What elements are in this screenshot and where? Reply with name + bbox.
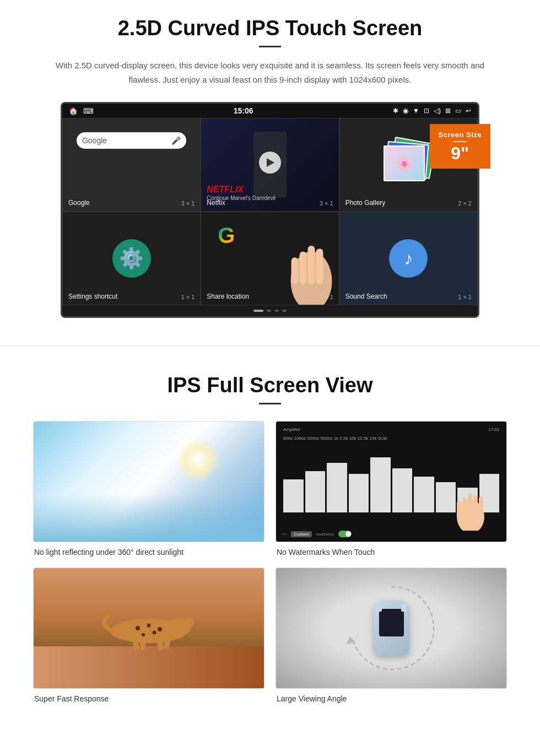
eq-visual: Amplifier 17:33 60hz 100hz 200hz 500hz 1… xyxy=(276,422,506,542)
eq-header: Amplifier 17:33 xyxy=(280,426,502,433)
google-cell-label: Google xyxy=(68,199,90,207)
cheetah-silhouette xyxy=(94,606,204,650)
section-divider xyxy=(0,345,540,346)
car-mirror-left xyxy=(376,603,382,612)
eq-bar-7 xyxy=(414,477,434,512)
google-cell[interactable]: Google 🎤 Google 3 × 1 xyxy=(62,118,201,212)
hand-pointing-icon xyxy=(281,222,339,305)
app-grid-bottom: ⚙️ Settings shortcut 1 × 1 G Share xyxy=(62,212,478,305)
sunlight-visual xyxy=(34,422,264,542)
svg-rect-6 xyxy=(462,498,467,520)
section2-underline xyxy=(259,403,281,404)
photo-cell-label: Photo Gallery xyxy=(345,199,386,207)
feature-car: Large Viewing Angle xyxy=(276,568,507,703)
dot-1 xyxy=(253,310,263,312)
car-visual xyxy=(276,568,506,688)
google-g-logo: G xyxy=(218,223,235,248)
share-location-cell[interactable]: G Share location 1 × 1 xyxy=(201,212,339,305)
window-icon: ▭ xyxy=(455,107,461,115)
close-icon: ⊠ xyxy=(445,107,451,115)
google-logo: Google xyxy=(82,136,107,145)
sound-search-cell[interactable]: ♪ Sound Search 1 × 1 xyxy=(339,212,478,305)
svg-rect-2 xyxy=(307,246,315,284)
status-bar: 🏠 ⌨ 15:06 ✱ ◉ ▼ ⊡ ◁) ⊠ ▭ ↩ xyxy=(62,104,478,118)
play-triangle-icon xyxy=(267,158,274,167)
section2-title: IPS Full Screen View xyxy=(33,374,507,397)
android-screen: 🏠 ⌨ 15:06 ✱ ◉ ▼ ⊡ ◁) ⊠ ▭ ↩ xyxy=(61,102,479,318)
location-icon: ◉ xyxy=(403,107,408,115)
camera-icon: ⊡ xyxy=(424,107,429,115)
home-icon[interactable]: 🏠 xyxy=(69,107,78,115)
eq-nav: << xyxy=(282,532,287,537)
eq-bar-5 xyxy=(370,457,391,512)
volume-icon: ◁) xyxy=(434,107,441,115)
car-body-topview xyxy=(374,601,409,656)
svg-rect-7 xyxy=(468,493,472,520)
usb-icon: ⌨ xyxy=(83,107,94,115)
status-time: 15:06 xyxy=(234,106,253,115)
back-icon[interactable]: ↩ xyxy=(466,107,471,115)
eq-bar-2 xyxy=(305,471,326,512)
eq-bar-1 xyxy=(283,479,304,512)
eq-freq-labels: 60hz 100hz 200hz 500hz 1k 2.5k 10k 12.5k… xyxy=(283,436,387,441)
sunlight-label: No light reflecting under 360° direct su… xyxy=(33,548,264,557)
feature-sunlight: No light reflecting under 360° direct su… xyxy=(33,421,264,557)
svg-rect-1 xyxy=(299,252,306,284)
gear-icon: ⚙️ xyxy=(112,239,151,278)
dot-4 xyxy=(282,310,287,312)
badge-size: 9" xyxy=(439,144,482,162)
title-underline xyxy=(259,46,281,47)
eq-hand-icon xyxy=(451,481,490,531)
eq-bar-3 xyxy=(327,463,347,512)
music-note-icon: ♪ xyxy=(389,239,428,278)
svg-point-17 xyxy=(142,633,145,636)
feature-cheetah: Super Fast Response xyxy=(33,568,264,703)
section-curved-screen: 2.5D Curved IPS Touch Screen With 2.5D c… xyxy=(0,0,540,329)
pagination-dots xyxy=(62,305,478,316)
dot-2 xyxy=(267,310,271,312)
eq-custom-btn: Custom xyxy=(291,531,312,537)
eq-loudness: loudness xyxy=(316,532,334,537)
play-button[interactable] xyxy=(259,152,281,174)
mic-icon[interactable]: 🎤 xyxy=(171,136,181,145)
cheetah-visual xyxy=(34,568,264,688)
settings-cell[interactable]: ⚙️ Settings shortcut 1 × 1 xyxy=(62,212,201,305)
share-cell-label: Share location xyxy=(207,293,249,300)
sound-cell-label: Sound Search xyxy=(345,293,387,300)
svg-rect-21 xyxy=(157,639,164,650)
eq-bottom-bar: << Custom loudness xyxy=(282,531,352,537)
eq-bar-6 xyxy=(392,468,413,512)
car-rotation xyxy=(342,579,441,678)
svg-rect-10 xyxy=(457,501,461,519)
svg-point-15 xyxy=(147,624,151,628)
car-mirror-right xyxy=(401,603,407,612)
photo-item-3: 🌸 xyxy=(384,145,425,181)
svg-rect-20 xyxy=(139,639,146,650)
ground xyxy=(34,646,264,688)
eq-toggle[interactable] xyxy=(338,531,352,537)
settings-cell-label: Settings shortcut xyxy=(68,293,117,300)
netflix-cell-label: Netflix xyxy=(207,199,225,207)
screen-size-badge: Screen Size 9" xyxy=(430,124,491,169)
feature-grid: No light reflecting under 360° direct su… xyxy=(33,421,507,703)
netflix-cell[interactable]: NETFLIX Continue Marvel's Daredevil Netf… xyxy=(201,118,339,212)
svg-point-18 xyxy=(153,631,156,635)
svg-rect-4 xyxy=(291,257,298,284)
equalizer-image: Amplifier 17:33 60hz 100hz 200hz 500hz 1… xyxy=(276,421,507,542)
status-left: 🏠 ⌨ xyxy=(69,107,94,115)
car-windshield xyxy=(379,609,404,636)
car-image xyxy=(276,568,507,689)
svg-point-14 xyxy=(136,626,140,630)
google-search-bar[interactable]: Google 🎤 xyxy=(77,132,186,149)
dot-3 xyxy=(274,310,279,312)
screen-mockup-wrapper: Screen Size 9" 🏠 ⌨ 15:06 ✱ ◉ ▼ ⊡ ◁) ⊠ xyxy=(61,102,479,318)
cheetah-label: Super Fast Response xyxy=(33,694,264,703)
car-label: Large Viewing Angle xyxy=(276,694,507,703)
eq-time: 17:33 xyxy=(488,427,499,432)
app-grid-top: Google 🎤 Google 3 × 1 NETFLIX Continue xyxy=(62,118,478,212)
photo-stack: 🌸 xyxy=(381,140,436,190)
sound-cell-size: 1 × 1 xyxy=(458,294,472,300)
svg-rect-3 xyxy=(316,249,323,284)
badge-title: Screen Size xyxy=(439,131,482,139)
car-outer xyxy=(374,601,409,656)
